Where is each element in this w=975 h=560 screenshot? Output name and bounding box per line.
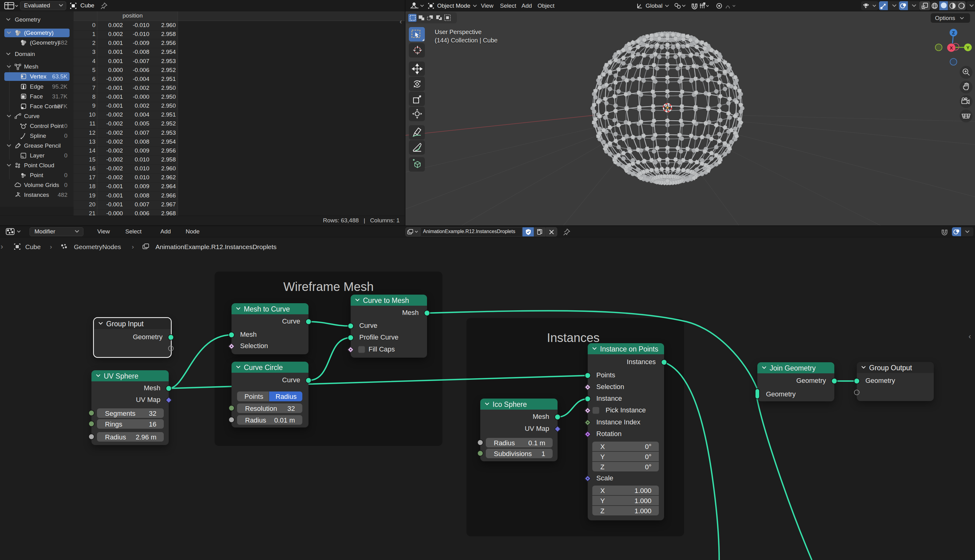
svg-text:Z: Z (952, 30, 955, 35)
svg-text:Y: Y (967, 45, 970, 50)
svg-text:X: X (950, 45, 953, 50)
